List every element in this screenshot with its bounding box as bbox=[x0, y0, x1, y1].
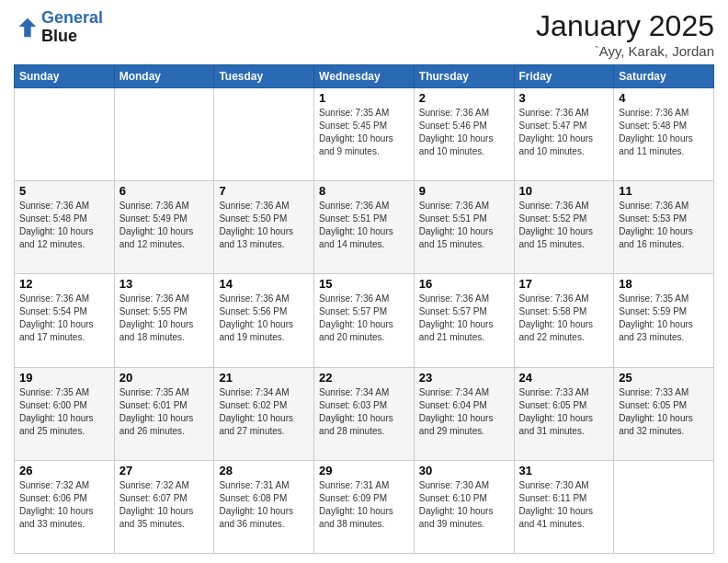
day-number: 2 bbox=[419, 91, 509, 105]
calendar-cell: 6Sunrise: 7:36 AM Sunset: 5:49 PM Daylig… bbox=[114, 181, 214, 274]
month-title: January 2025 bbox=[536, 9, 714, 43]
calendar-cell: 15Sunrise: 7:36 AM Sunset: 5:57 PM Dayli… bbox=[314, 274, 415, 367]
calendar-cell bbox=[15, 88, 115, 181]
day-number: 26 bbox=[19, 464, 109, 477]
day-number: 12 bbox=[19, 277, 109, 291]
calendar-cell: 29Sunrise: 7:31 AM Sunset: 6:09 PM Dayli… bbox=[314, 460, 415, 553]
day-content: Sunrise: 7:31 AM Sunset: 6:08 PM Dayligh… bbox=[219, 479, 309, 531]
day-content: Sunrise: 7:36 AM Sunset: 5:58 PM Dayligh… bbox=[519, 293, 609, 344]
day-number: 18 bbox=[619, 277, 709, 291]
col-header-saturday: Saturday bbox=[614, 65, 714, 88]
calendar-cell: 9Sunrise: 7:36 AM Sunset: 5:51 PM Daylig… bbox=[414, 181, 514, 274]
calendar-cell: 1Sunrise: 7:35 AM Sunset: 5:45 PM Daylig… bbox=[314, 88, 415, 181]
day-content: Sunrise: 7:36 AM Sunset: 5:51 PM Dayligh… bbox=[319, 200, 409, 251]
day-content: Sunrise: 7:36 AM Sunset: 5:48 PM Dayligh… bbox=[19, 200, 109, 251]
calendar-cell: 7Sunrise: 7:36 AM Sunset: 5:50 PM Daylig… bbox=[214, 181, 314, 274]
calendar-cell bbox=[214, 88, 314, 181]
calendar-cell: 22Sunrise: 7:34 AM Sunset: 6:03 PM Dayli… bbox=[314, 367, 415, 460]
calendar-cell: 21Sunrise: 7:34 AM Sunset: 6:02 PM Dayli… bbox=[214, 367, 314, 460]
calendar-cell: 10Sunrise: 7:36 AM Sunset: 5:52 PM Dayli… bbox=[514, 181, 614, 274]
calendar-cell: 14Sunrise: 7:36 AM Sunset: 5:56 PM Dayli… bbox=[214, 274, 314, 367]
day-content: Sunrise: 7:34 AM Sunset: 6:04 PM Dayligh… bbox=[419, 386, 509, 438]
calendar-cell: 28Sunrise: 7:31 AM Sunset: 6:08 PM Dayli… bbox=[214, 460, 314, 553]
calendar-cell: 4Sunrise: 7:36 AM Sunset: 5:48 PM Daylig… bbox=[614, 88, 714, 181]
day-content: Sunrise: 7:35 AM Sunset: 6:01 PM Dayligh… bbox=[119, 386, 210, 438]
day-number: 27 bbox=[119, 464, 210, 477]
day-content: Sunrise: 7:30 AM Sunset: 6:10 PM Dayligh… bbox=[419, 479, 509, 531]
day-content: Sunrise: 7:33 AM Sunset: 6:05 PM Dayligh… bbox=[519, 386, 609, 438]
calendar-cell: 30Sunrise: 7:30 AM Sunset: 6:10 PM Dayli… bbox=[414, 460, 514, 553]
calendar-cell: 19Sunrise: 7:35 AM Sunset: 6:00 PM Dayli… bbox=[15, 367, 115, 460]
logo-line1: General bbox=[41, 8, 103, 27]
calendar-cell: 18Sunrise: 7:35 AM Sunset: 5:59 PM Dayli… bbox=[614, 274, 714, 367]
day-content: Sunrise: 7:32 AM Sunset: 6:07 PM Dayligh… bbox=[119, 479, 210, 531]
day-number: 14 bbox=[219, 277, 309, 291]
location: `Ayy, Karak, Jordan bbox=[536, 43, 714, 59]
day-number: 17 bbox=[519, 277, 609, 291]
day-content: Sunrise: 7:32 AM Sunset: 6:06 PM Dayligh… bbox=[19, 479, 109, 531]
logo-text: General Blue bbox=[41, 9, 103, 46]
calendar-cell: 11Sunrise: 7:36 AM Sunset: 5:53 PM Dayli… bbox=[614, 181, 714, 274]
day-number: 15 bbox=[319, 277, 409, 291]
calendar-cell: 31Sunrise: 7:30 AM Sunset: 6:11 PM Dayli… bbox=[514, 460, 614, 553]
day-content: Sunrise: 7:36 AM Sunset: 5:57 PM Dayligh… bbox=[319, 293, 409, 344]
day-number: 9 bbox=[419, 184, 509, 198]
title-block: January 2025 `Ayy, Karak, Jordan bbox=[536, 9, 714, 59]
calendar-cell: 24Sunrise: 7:33 AM Sunset: 6:05 PM Dayli… bbox=[514, 367, 614, 460]
day-number: 7 bbox=[219, 184, 309, 198]
calendar-cell: 13Sunrise: 7:36 AM Sunset: 5:55 PM Dayli… bbox=[114, 274, 214, 367]
calendar-week-0: 1Sunrise: 7:35 AM Sunset: 5:45 PM Daylig… bbox=[15, 88, 714, 181]
day-content: Sunrise: 7:36 AM Sunset: 5:56 PM Dayligh… bbox=[219, 293, 309, 344]
day-number: 6 bbox=[119, 184, 210, 198]
day-number: 8 bbox=[319, 184, 409, 198]
day-content: Sunrise: 7:35 AM Sunset: 5:59 PM Dayligh… bbox=[619, 293, 709, 344]
day-number: 22 bbox=[319, 371, 409, 385]
day-content: Sunrise: 7:36 AM Sunset: 5:49 PM Dayligh… bbox=[119, 200, 210, 251]
day-content: Sunrise: 7:36 AM Sunset: 5:57 PM Dayligh… bbox=[419, 293, 509, 344]
day-number: 19 bbox=[19, 371, 109, 385]
day-number: 16 bbox=[419, 277, 509, 291]
calendar-header-row: SundayMondayTuesdayWednesdayThursdayFrid… bbox=[15, 65, 714, 88]
day-content: Sunrise: 7:36 AM Sunset: 5:48 PM Dayligh… bbox=[619, 107, 709, 158]
calendar-week-1: 5Sunrise: 7:36 AM Sunset: 5:48 PM Daylig… bbox=[15, 181, 714, 274]
day-number: 23 bbox=[419, 371, 509, 385]
calendar-week-2: 12Sunrise: 7:36 AM Sunset: 5:54 PM Dayli… bbox=[15, 274, 714, 367]
day-number: 25 bbox=[619, 371, 709, 385]
day-content: Sunrise: 7:36 AM Sunset: 5:51 PM Dayligh… bbox=[419, 200, 509, 251]
svg-marker-0 bbox=[19, 18, 37, 38]
day-content: Sunrise: 7:35 AM Sunset: 6:00 PM Dayligh… bbox=[19, 386, 109, 438]
logo-line2: Blue bbox=[41, 27, 77, 45]
day-content: Sunrise: 7:34 AM Sunset: 6:02 PM Dayligh… bbox=[219, 386, 309, 438]
day-number: 10 bbox=[519, 184, 609, 198]
col-header-tuesday: Tuesday bbox=[214, 65, 314, 88]
day-number: 4 bbox=[619, 91, 709, 105]
page: General Blue January 2025 `Ayy, Karak, J… bbox=[0, 0, 728, 563]
day-content: Sunrise: 7:31 AM Sunset: 6:09 PM Dayligh… bbox=[319, 479, 409, 531]
day-number: 30 bbox=[419, 464, 509, 477]
day-number: 5 bbox=[19, 184, 109, 198]
day-content: Sunrise: 7:33 AM Sunset: 6:05 PM Dayligh… bbox=[619, 386, 709, 438]
day-content: Sunrise: 7:30 AM Sunset: 6:11 PM Dayligh… bbox=[519, 479, 609, 531]
calendar-week-3: 19Sunrise: 7:35 AM Sunset: 6:00 PM Dayli… bbox=[15, 367, 714, 460]
day-number: 11 bbox=[619, 184, 709, 198]
logo-icon bbox=[14, 15, 40, 40]
day-content: Sunrise: 7:36 AM Sunset: 5:50 PM Dayligh… bbox=[219, 200, 309, 251]
calendar-cell: 25Sunrise: 7:33 AM Sunset: 6:05 PM Dayli… bbox=[614, 367, 714, 460]
calendar-cell: 27Sunrise: 7:32 AM Sunset: 6:07 PM Dayli… bbox=[114, 460, 214, 553]
day-content: Sunrise: 7:36 AM Sunset: 5:55 PM Dayligh… bbox=[119, 293, 210, 344]
day-number: 31 bbox=[519, 464, 609, 477]
calendar-week-4: 26Sunrise: 7:32 AM Sunset: 6:06 PM Dayli… bbox=[15, 460, 714, 553]
day-content: Sunrise: 7:34 AM Sunset: 6:03 PM Dayligh… bbox=[319, 386, 409, 438]
day-content: Sunrise: 7:36 AM Sunset: 5:53 PM Dayligh… bbox=[619, 200, 709, 251]
col-header-monday: Monday bbox=[114, 65, 214, 88]
calendar-cell bbox=[114, 88, 214, 181]
calendar-cell bbox=[614, 460, 714, 553]
calendar-cell: 26Sunrise: 7:32 AM Sunset: 6:06 PM Dayli… bbox=[15, 460, 115, 553]
day-content: Sunrise: 7:36 AM Sunset: 5:52 PM Dayligh… bbox=[519, 200, 609, 251]
col-header-wednesday: Wednesday bbox=[314, 65, 415, 88]
calendar-cell: 12Sunrise: 7:36 AM Sunset: 5:54 PM Dayli… bbox=[15, 274, 115, 367]
calendar-cell: 16Sunrise: 7:36 AM Sunset: 5:57 PM Dayli… bbox=[414, 274, 514, 367]
calendar-cell: 5Sunrise: 7:36 AM Sunset: 5:48 PM Daylig… bbox=[15, 181, 115, 274]
calendar-cell: 23Sunrise: 7:34 AM Sunset: 6:04 PM Dayli… bbox=[414, 367, 514, 460]
col-header-thursday: Thursday bbox=[414, 65, 514, 88]
